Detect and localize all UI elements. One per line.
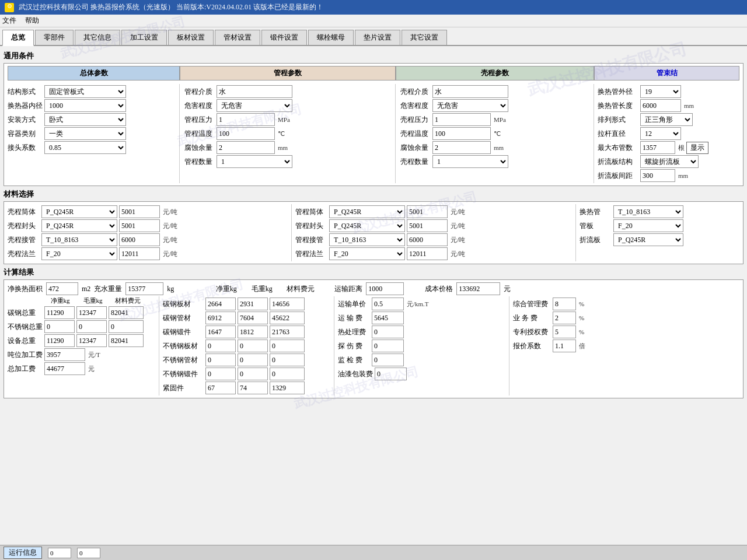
transport-unit-input[interactable] (372, 298, 404, 310)
carbon-forge-gross[interactable] (238, 326, 268, 338)
tube-head-mat-price[interactable] (407, 219, 448, 232)
tab-other-settings[interactable]: 其它设置 (402, 30, 447, 45)
ss-plate-gross[interactable] (238, 340, 268, 352)
water-weight-input[interactable] (125, 282, 163, 295)
joints-select[interactable]: 0.85 1.0 (44, 141, 126, 154)
shell-body-mat-select[interactable]: P_Q245R (41, 205, 117, 218)
show-button[interactable]: 显示 (686, 142, 708, 154)
status-val2[interactable] (77, 548, 100, 558)
paint-input[interactable] (375, 368, 407, 380)
baffle-spacing-input[interactable] (640, 169, 675, 182)
vessel-select[interactable]: 一类 二类 三类 (44, 127, 126, 140)
carbon-pipe-gross[interactable] (238, 312, 268, 324)
tube-od-select[interactable]: 19 25 38 (640, 85, 681, 98)
ss-pipe-cost[interactable] (270, 354, 305, 366)
fastener-gross[interactable] (238, 382, 268, 394)
shell-hazard-select[interactable]: 无危害 轻度危害 (432, 99, 508, 112)
shell-nozzle-mat-select[interactable]: T_10_8163 (41, 233, 117, 246)
max-tubes-input[interactable] (640, 141, 675, 154)
equip-total-net[interactable] (44, 334, 75, 347)
tab-overview[interactable]: 总览 (2, 30, 34, 46)
carbon-plate-gross[interactable] (238, 298, 268, 310)
shell-pressure-input[interactable] (432, 113, 491, 126)
tube-body-mat-select[interactable]: P_Q245R (329, 205, 405, 218)
patent-fee-input[interactable] (553, 326, 576, 338)
carbon-total-gross[interactable] (76, 306, 107, 319)
tab-other-info[interactable]: 其它信息 (75, 30, 120, 45)
carbon-plate-net[interactable] (205, 298, 236, 310)
machining-per-ton-input[interactable] (44, 348, 85, 361)
ss-plate-net[interactable] (205, 340, 236, 352)
tube-nozzle-mat-price[interactable] (407, 233, 448, 246)
heat-area-input[interactable] (46, 282, 78, 295)
ss-forge-gross[interactable] (238, 368, 268, 380)
tab-plate-settings[interactable]: 板材设置 (168, 30, 214, 45)
tube-count-select[interactable]: 1 2 4 (217, 155, 292, 168)
quote-coeff-input[interactable] (553, 340, 576, 352)
total-machining-input[interactable] (44, 362, 85, 375)
tube-body-mat-price[interactable] (407, 205, 448, 218)
status-val1[interactable] (48, 548, 71, 558)
tube-corrosion-input[interactable] (217, 141, 275, 154)
tab-forging-settings[interactable]: 锻件设置 (261, 30, 307, 45)
ss-total-cost[interactable] (109, 320, 144, 333)
carbon-forge-net[interactable] (205, 326, 236, 338)
tube-flange-mat-price[interactable] (407, 247, 448, 260)
management-fee-input[interactable] (553, 298, 576, 310)
transport-fee-input[interactable] (372, 312, 404, 324)
carbon-total-net[interactable] (44, 306, 75, 319)
run-info-button[interactable]: 运行信息 (4, 547, 42, 559)
tab-gaskets[interactable]: 垫片设置 (355, 30, 400, 45)
equip-total-gross[interactable] (76, 334, 107, 347)
shell-nozzle-mat-price[interactable] (119, 233, 160, 246)
ss-plate-cost[interactable] (270, 340, 305, 352)
carbon-forge-cost[interactable] (270, 326, 305, 338)
shell-corrosion-input[interactable] (432, 141, 491, 154)
tube-len-input[interactable] (640, 99, 681, 112)
flaw-detect-input[interactable] (372, 340, 404, 352)
menu-help[interactable]: 帮助 (25, 16, 39, 24)
tube-hazard-select[interactable]: 无危害 轻度危害 (217, 99, 292, 112)
install-select[interactable]: 卧式 立式 (44, 113, 126, 126)
carbon-pipe-net[interactable] (205, 312, 236, 324)
tube-medium-input[interactable] (217, 85, 292, 98)
heat-tube-mat-select[interactable]: T_10_8163 (613, 205, 683, 218)
ss-pipe-gross[interactable] (238, 354, 268, 366)
rod-select[interactable]: 12 16 (640, 127, 681, 140)
transport-dist-input[interactable] (366, 282, 404, 295)
inspection-input[interactable] (372, 354, 404, 366)
shell-count-select[interactable]: 1 2 (432, 155, 508, 168)
tube-head-mat-select[interactable]: P_Q245R (329, 219, 405, 232)
tube-temp-input[interactable] (217, 127, 275, 140)
shell-flange-mat-price[interactable] (119, 247, 160, 260)
tab-process-settings[interactable]: 加工设置 (121, 30, 167, 45)
tube-sheet-mat-select[interactable]: F_20 (613, 219, 683, 232)
carbon-total-cost[interactable] (109, 306, 144, 319)
shell-temp-input[interactable] (432, 127, 491, 140)
baffle-struct-select[interactable]: 螺旋折流板 弓形折流板 (640, 155, 699, 168)
carbon-pipe-cost[interactable] (270, 312, 305, 324)
carbon-plate-cost[interactable] (270, 298, 305, 310)
menu-file[interactable]: 文件 (2, 16, 16, 24)
tube-flange-mat-select[interactable]: F_20 (329, 247, 405, 260)
tab-bolts[interactable]: 螺栓螺母 (308, 30, 354, 45)
ss-total-net[interactable] (44, 320, 75, 333)
ss-pipe-net[interactable] (205, 354, 236, 366)
tube-nozzle-mat-select[interactable]: T_10_8163 (329, 233, 405, 246)
shell-head-mat-select[interactable]: P_Q245R (41, 219, 117, 232)
arrangement-select[interactable]: 正三角形 正方形 (640, 113, 693, 126)
equip-total-cost[interactable] (109, 334, 144, 347)
inner-diameter-select[interactable]: 1000 (44, 99, 126, 112)
tab-pipe-settings[interactable]: 管材设置 (215, 30, 260, 45)
business-fee-input[interactable] (553, 312, 576, 324)
shell-flange-mat-select[interactable]: F_20 (41, 247, 117, 260)
ss-forge-net[interactable] (205, 368, 236, 380)
ss-total-gross[interactable] (76, 320, 107, 333)
shell-medium-input[interactable] (432, 85, 508, 98)
heat-treatment-input[interactable] (372, 326, 404, 338)
ss-forge-cost[interactable] (270, 368, 305, 380)
cost-price-input[interactable] (456, 282, 500, 295)
shell-body-mat-price[interactable] (119, 205, 160, 218)
structure-select[interactable]: 固定管板式 浮头式 U形管式 (44, 85, 126, 98)
shell-head-mat-price[interactable] (119, 219, 160, 232)
